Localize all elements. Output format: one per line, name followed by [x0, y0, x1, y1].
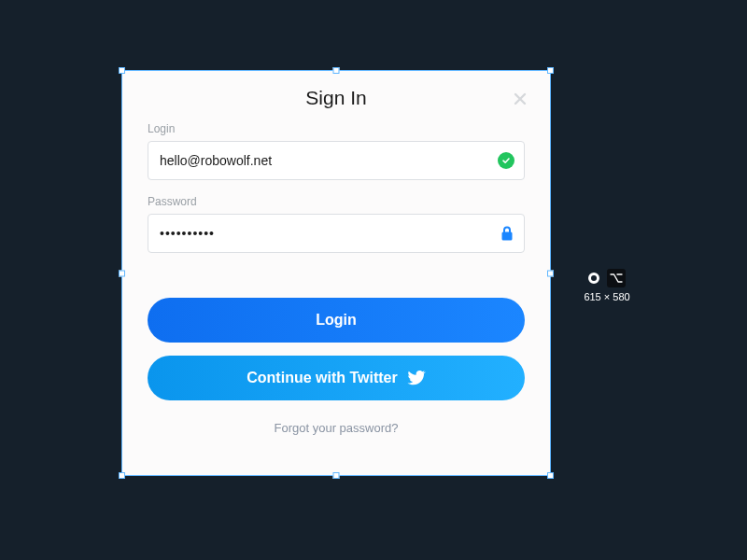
record-icon: [588, 273, 599, 284]
dimensions-text: 615 × 580: [584, 291, 629, 302]
overlay-icons: [588, 269, 626, 287]
resize-handle-top-left[interactable]: [119, 67, 125, 74]
resize-handle-bottom-right[interactable]: [547, 472, 554, 479]
resize-handle-bottom-left[interactable]: [119, 472, 125, 479]
resize-handle-top[interactable]: [333, 67, 340, 74]
resize-handle-left[interactable]: [119, 270, 125, 276]
resize-handle-top-right[interactable]: [547, 67, 554, 74]
option-key-icon: [607, 269, 626, 287]
resize-handle-bottom[interactable]: [333, 472, 340, 479]
selection-frame[interactable]: [121, 70, 551, 476]
resize-handle-right[interactable]: [547, 270, 554, 276]
dimensions-overlay: 615 × 580: [574, 269, 640, 302]
